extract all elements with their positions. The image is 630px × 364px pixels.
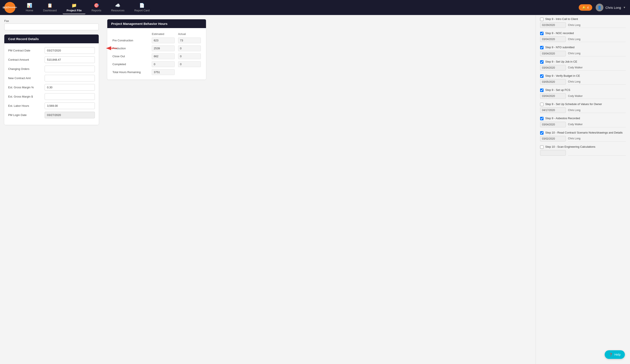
nav-icon-report-card: 📄 <box>139 3 145 8</box>
logo[interactable]: BEST ROOFING <box>4 2 16 13</box>
cost-field-value-2[interactable] <box>45 66 95 72</box>
step-fields-7 <box>540 122 626 127</box>
step-checkbox-5[interactable] <box>540 88 544 92</box>
behavior-actual-3[interactable] <box>178 61 201 67</box>
step-person-9[interactable] <box>568 150 626 156</box>
step-item: Step 9 - Intro Call to Client <box>540 17 626 28</box>
cost-field-label-0: PM Contract Date <box>8 49 42 52</box>
behavior-label-0: Pre Construction <box>111 36 150 44</box>
bell-icon: 🔔 <box>582 6 586 9</box>
behavior-actual-2[interactable] <box>178 53 201 59</box>
help-button[interactable]: ❓ Help <box>605 350 625 359</box>
cost-record-card: Cost Record Details PM Contract Date Con… <box>4 34 99 125</box>
step-date-6[interactable] <box>540 107 566 113</box>
cost-field-value-3[interactable] <box>45 75 95 81</box>
cost-record-row: Est. Gross Margin % <box>8 84 95 91</box>
step-person-4[interactable] <box>568 79 626 85</box>
step-checkbox-2[interactable] <box>540 46 544 49</box>
cost-record-body: PM Contract Date Contract Amount Changin… <box>4 43 99 125</box>
step-checkbox-7[interactable] <box>540 117 544 120</box>
step-date-7[interactable] <box>540 122 566 127</box>
step-title-7: Step 9 - Asbestos Recorded <box>545 116 580 120</box>
step-item: Step 9 - Asbestos Recorded <box>540 116 626 127</box>
step-title-row: Step 9 - Set up FCS <box>540 88 626 92</box>
behavior-estimated-3[interactable] <box>152 61 174 67</box>
cost-field-label-6: Est. Labor Hours <box>8 104 42 107</box>
cost-field-label-4: Est. Gross Margin % <box>8 86 42 89</box>
right-panel: Step 9 - Intro Call to Client Step 9 - N… <box>536 15 630 364</box>
nav-item-reports[interactable]: 🎯 Reports <box>88 1 105 14</box>
user-menu[interactable]: 👤 Chris Long ▼ <box>596 4 626 11</box>
cost-field-value-4[interactable] <box>45 84 95 91</box>
step-checkbox-1[interactable] <box>540 32 544 35</box>
step-item: Step 9 - NTO submitted <box>540 45 626 56</box>
step-date-2[interactable] <box>540 51 566 56</box>
step-title-row: Step 10 - Scan Engineering Calculations <box>540 145 626 149</box>
notification-button[interactable]: 🔔 4 <box>579 4 592 11</box>
step-checkbox-6[interactable] <box>540 103 544 106</box>
cost-field-label-3: New Contract Amt <box>8 76 42 80</box>
nav-item-dashboard[interactable]: 📋 Dashboard <box>39 1 61 14</box>
fax-input[interactable] <box>4 23 99 30</box>
cost-field-label-5: Est. Gross Margin $ <box>8 95 42 98</box>
step-title-row: Step 9 - NOC recorded <box>540 31 626 35</box>
cost-field-value-0[interactable] <box>45 47 95 54</box>
nav-item-report-card[interactable]: 📄 Report Card <box>130 1 154 14</box>
nav-label-dashboard: Dashboard <box>43 9 57 12</box>
step-item: Step 9 - Set Up Job in CE <box>540 60 626 70</box>
col-estimated-header: Estimated <box>150 31 176 36</box>
behavior-actual-1[interactable] <box>178 45 201 51</box>
cost-record-row: Contract Amount <box>8 56 95 63</box>
nav-item-home[interactable]: 📊 Home <box>22 1 37 14</box>
nav-right: 🔔 4 👤 Chris Long ▼ <box>579 4 626 11</box>
step-person-5[interactable] <box>568 93 626 99</box>
step-title-6: Step 9 - Set Up Schedule of Values for O… <box>545 102 602 106</box>
nav-item-resources[interactable]: ☁️ Resources <box>107 1 128 14</box>
step-item: Step 9 - Set up FCS <box>540 88 626 99</box>
step-date-4[interactable] <box>540 79 566 85</box>
step-date-5[interactable] <box>540 93 566 99</box>
page-wrapper: Fax Cost Record Details PM Contract Date… <box>0 15 630 364</box>
behavior-row: Production <box>111 44 202 52</box>
cost-field-label-1: Contract Amount <box>8 58 42 61</box>
help-label: Help <box>614 353 620 356</box>
step-checkbox-8[interactable] <box>540 131 544 135</box>
step-checkbox-9[interactable] <box>540 145 544 149</box>
nav-icon-home: 📊 <box>27 3 32 8</box>
behavior-estimated-1[interactable] <box>152 45 174 51</box>
behavior-estimated-4[interactable] <box>152 69 174 75</box>
step-date-0[interactable] <box>540 22 566 28</box>
step-person-3[interactable] <box>568 65 626 70</box>
step-date-8[interactable] <box>540 136 566 141</box>
step-person-6[interactable] <box>568 107 626 113</box>
step-person-7[interactable] <box>568 122 626 127</box>
step-title-row: Step 9 - Set Up Job in CE <box>540 60 626 64</box>
behavior-estimated-0[interactable] <box>152 37 174 43</box>
cost-record-row: PM Login Date <box>8 112 95 118</box>
step-checkbox-4[interactable] <box>540 74 544 78</box>
step-checkbox-3[interactable] <box>540 60 544 64</box>
step-person-1[interactable] <box>568 36 626 42</box>
step-date-3[interactable] <box>540 65 566 70</box>
nav-icon-dashboard: 📋 <box>47 3 52 8</box>
step-checkbox-0[interactable] <box>540 17 544 21</box>
step-person-8[interactable] <box>568 136 626 141</box>
notification-count: 4 <box>587 6 589 9</box>
step-date-9[interactable] <box>540 150 566 156</box>
step-person-2[interactable] <box>568 51 626 56</box>
cost-field-value-1[interactable] <box>45 56 95 63</box>
behavior-estimated-2[interactable] <box>152 53 174 59</box>
cost-field-value-6[interactable] <box>45 102 95 109</box>
behavior-row: Close Out <box>111 52 202 60</box>
cost-field-value-5[interactable] <box>45 93 95 100</box>
nav-icon-resources: ☁️ <box>115 3 120 8</box>
nav-label-home: Home <box>26 9 33 12</box>
nav-label-report-card: Report Card <box>134 9 150 12</box>
avatar: 👤 <box>596 4 604 11</box>
nav-item-project-file[interactable]: 📁 Project File <box>63 1 86 14</box>
behavior-actual-0[interactable] <box>178 37 201 43</box>
step-title-9: Step 10 - Scan Engineering Calculations <box>545 145 595 149</box>
step-date-1[interactable] <box>540 36 566 42</box>
step-person-0[interactable] <box>568 22 626 28</box>
step-fields-0 <box>540 22 626 28</box>
